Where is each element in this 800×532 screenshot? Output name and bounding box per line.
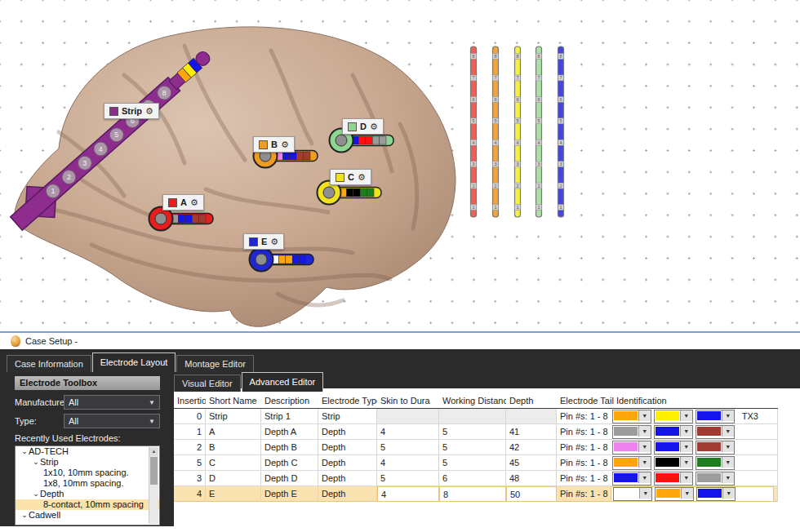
gear-icon[interactable]: ⚙ xyxy=(370,122,378,131)
dropdown-arrow-icon[interactable]: ▼ xyxy=(681,488,693,499)
insertion-cell[interactable]: 2 xyxy=(174,440,206,455)
dropdown-arrow-icon[interactable]: ▼ xyxy=(638,410,651,421)
side-strip-body[interactable] xyxy=(558,47,564,217)
side-strip[interactable]: 87654321 xyxy=(515,47,521,217)
skin-to-dura-cell[interactable]: 4 xyxy=(377,455,439,471)
depth-cell[interactable]: 42 xyxy=(506,440,557,455)
dropdown-arrow-icon[interactable]: ▼ xyxy=(638,457,651,468)
pin-color-select[interactable]: ▼ xyxy=(654,472,693,485)
side-strip-body[interactable] xyxy=(493,47,499,217)
dropdown-arrow-icon[interactable]: ▼ xyxy=(680,457,692,468)
insertion-cell[interactable]: 4 xyxy=(174,486,206,502)
dropdown-arrow-icon[interactable]: ▼ xyxy=(722,488,735,499)
short-name-cell[interactable]: D xyxy=(206,471,261,486)
tree-item-cadwell[interactable]: ⌄Cadwell xyxy=(16,510,159,521)
dropdown-arrow-icon[interactable]: ▼ xyxy=(680,410,692,421)
table-row[interactable]: 1ADepth ADepth4541Pin #s:1 - 8▼▼▼ xyxy=(174,424,778,440)
description-cell[interactable]: Depth B xyxy=(261,440,318,455)
dropdown-arrow-icon[interactable]: ▼ xyxy=(722,441,734,452)
scrollbar-thumb[interactable] xyxy=(150,457,158,485)
dropdown-arrow-icon[interactable]: ▼ xyxy=(638,426,651,437)
depth-cell[interactable]: 48 xyxy=(506,471,557,486)
gear-icon[interactable]: ⚙ xyxy=(281,140,289,149)
dropdown-arrow-icon[interactable]: ▼ xyxy=(722,410,734,421)
working-distance-cell[interactable] xyxy=(439,409,506,424)
insertion-cell[interactable]: 0 xyxy=(174,409,206,424)
tab-advanced-editor[interactable]: Advanced Editor xyxy=(242,372,324,392)
dropdown-arrow-icon[interactable]: ▼ xyxy=(680,426,692,437)
tree-item-strip[interactable]: ⌄Strip xyxy=(16,457,159,468)
working-distance-cell[interactable]: 5 xyxy=(439,440,506,455)
scroll-up-icon[interactable]: ▲ xyxy=(149,447,158,456)
side-strip[interactable]: 87654321 xyxy=(558,47,564,217)
short-name-cell[interactable]: E xyxy=(206,486,261,502)
side-strip-body[interactable] xyxy=(536,47,542,217)
tree-item-depth[interactable]: ⌄Depth xyxy=(16,489,159,499)
gear-icon[interactable]: ⚙ xyxy=(190,198,198,207)
tab-visual-editor[interactable]: Visual Editor xyxy=(174,375,241,392)
pin-color-select[interactable]: ▼ xyxy=(612,441,651,454)
pin-color-select[interactable]: ▼ xyxy=(696,472,735,485)
table-row[interactable]: 4EDepth EDepth4850Pin #s:1 - 8▼▼▼ xyxy=(174,486,778,502)
side-strip-body[interactable] xyxy=(471,47,477,217)
pin-color-select[interactable]: ▼ xyxy=(696,441,735,454)
side-strip[interactable]: 87654321 xyxy=(536,47,542,217)
skin-to-dura-cell[interactable]: 5 xyxy=(377,440,439,455)
caret-down-icon[interactable]: ⌄ xyxy=(32,489,40,499)
dropdown-arrow-icon[interactable]: ▼ xyxy=(638,441,651,452)
working-distance-cell[interactable]: 6 xyxy=(439,471,506,486)
pin-color-select[interactable]: ▼ xyxy=(612,456,651,470)
caret-down-icon[interactable]: ⌄ xyxy=(20,510,29,521)
tree-item-1x10-10mm-spacing-[interactable]: 1x10, 10mm spacing. xyxy=(16,468,159,478)
pin-color-select[interactable]: ▼ xyxy=(655,487,694,501)
pin-color-select[interactable]: ▼ xyxy=(696,487,736,501)
working-distance-cell[interactable]: 8 xyxy=(439,486,506,502)
table-row[interactable]: 3DDepth DDepth5648Pin #s:1 - 8▼▼▼ xyxy=(174,471,778,486)
dropdown-arrow-icon[interactable]: ▼ xyxy=(722,472,734,483)
description-cell[interactable]: Depth D xyxy=(261,471,318,486)
pin-color-select[interactable]: ▼ xyxy=(696,410,735,423)
insertion-cell[interactable]: 3 xyxy=(174,471,206,486)
electrode-type-cell[interactable]: Depth xyxy=(318,486,377,502)
electrode-type-cell[interactable]: Depth xyxy=(318,471,377,486)
depth-cell[interactable]: 50 xyxy=(506,486,557,502)
table-row[interactable]: 2BDepth BDepth5542Pin #s:1 - 8▼▼▼ xyxy=(174,440,778,455)
short-name-cell[interactable]: C xyxy=(206,455,261,471)
tree-item-ad-tech[interactable]: ⌄AD-TECH xyxy=(16,446,159,457)
depth-cell[interactable] xyxy=(506,409,557,424)
dropdown-arrow-icon[interactable]: ▼ xyxy=(722,457,734,468)
dropdown-arrow-icon[interactable]: ▼ xyxy=(639,488,651,499)
pin-color-select[interactable]: ▼ xyxy=(654,410,693,423)
short-name-cell[interactable]: Strip xyxy=(206,409,261,424)
short-name-cell[interactable]: B xyxy=(206,440,261,455)
gear-icon[interactable]: ⚙ xyxy=(145,107,153,116)
tree-item-1x8-10mm-spacing-[interactable]: 1x8, 10mm spacing. xyxy=(16,478,159,489)
pin-color-select[interactable]: ▼ xyxy=(612,472,651,485)
electrode-label-d[interactable]: D⚙ xyxy=(342,118,384,135)
table-row[interactable]: 0StripStrip 1StripPin #s:1 - 8▼▼▼TX3 xyxy=(174,409,778,424)
pin-color-select[interactable]: ▼ xyxy=(612,425,651,439)
pin-color-select[interactable]: ▼ xyxy=(654,456,693,470)
electrode-type-cell[interactable]: Depth xyxy=(318,455,377,471)
pin-color-select[interactable]: ▼ xyxy=(696,456,735,470)
insertion-cell[interactable]: 5 xyxy=(174,455,206,471)
pin-color-select[interactable]: ▼ xyxy=(654,425,693,439)
description-cell[interactable]: Depth C xyxy=(261,455,318,471)
manufacturer-select[interactable]: All ▼ xyxy=(64,395,160,410)
pin-color-select[interactable]: ▼ xyxy=(696,425,735,439)
side-strip-body[interactable] xyxy=(515,47,521,217)
electrode-label-strip[interactable]: Strip⚙ xyxy=(104,103,159,119)
caret-down-icon[interactable]: ⌄ xyxy=(32,457,40,468)
description-cell[interactable]: Depth E xyxy=(261,486,318,502)
brain-3d-viewport[interactable]: 1234567887654321876543218765432187654321… xyxy=(0,0,800,331)
tab-electrode-layout[interactable]: Electrode Layout xyxy=(92,352,176,372)
type-select[interactable]: All ▼ xyxy=(64,414,160,428)
depth-cell[interactable]: 41 xyxy=(506,424,557,440)
pin-color-select[interactable]: ▼ xyxy=(613,487,652,501)
gear-icon[interactable]: ⚙ xyxy=(270,237,278,246)
working-distance-cell[interactable]: 5 xyxy=(439,424,506,440)
insertion-cell[interactable]: 1 xyxy=(174,424,206,440)
electrode-type-cell[interactable]: Depth xyxy=(318,424,377,440)
electrode-label-e[interactable]: E⚙ xyxy=(243,233,284,250)
dropdown-arrow-icon[interactable]: ▼ xyxy=(722,426,734,437)
